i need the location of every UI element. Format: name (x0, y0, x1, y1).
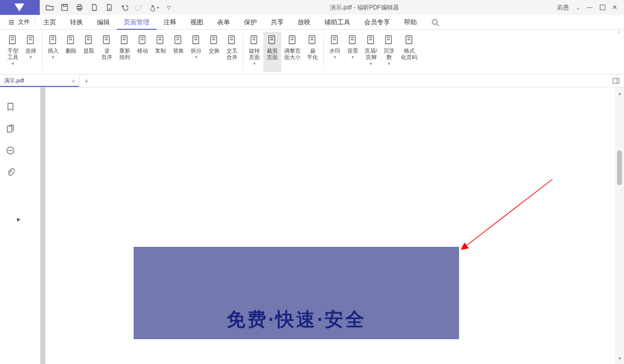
ribbon-tool-7[interactable]: 移动 (134, 32, 152, 72)
ribbon-tool-1[interactable]: 选择▼ (22, 32, 40, 72)
print-icon[interactable] (75, 2, 84, 12)
menu-tab-4[interactable]: 注释 (156, 15, 183, 30)
collapse-ribbon-icon[interactable]: ˄ (618, 31, 620, 36)
svg-rect-3 (78, 4, 81, 6)
tool-icon (155, 34, 166, 46)
ribbon-tool-2[interactable]: 插入▼ (44, 32, 62, 72)
ribbon-tool-6[interactable]: 重新 排列 (116, 32, 134, 72)
tool-label: 水印 (329, 48, 340, 54)
ribbon-tool-11[interactable]: 交换 (205, 32, 223, 72)
menu-tab-9[interactable]: 放映 (291, 15, 317, 30)
minimize-button[interactable]: — (587, 4, 593, 11)
doc2-icon[interactable] (104, 2, 114, 12)
svg-rect-30 (7, 126, 12, 132)
tab-panel-icon[interactable] (608, 77, 624, 85)
menu-tab-0[interactable]: 主页 (36, 15, 63, 30)
document-tab[interactable]: 演示.pdf × (0, 75, 79, 87)
ribbon-tool-5[interactable]: 逆 页序 (98, 32, 116, 72)
chevron-down-icon: ▼ (51, 55, 55, 60)
doc-icon[interactable] (89, 2, 99, 12)
vertical-scrollbar[interactable]: ▴ ▾ (615, 87, 624, 364)
save-icon[interactable] (60, 2, 70, 12)
menu-tab-2[interactable]: 编辑 (90, 15, 117, 30)
ribbon-tool-14[interactable]: 裁剪 页面 (263, 32, 281, 72)
menu-tab-10[interactable]: 辅助工具 (317, 15, 357, 30)
scroll-down-icon[interactable]: ▾ (619, 356, 621, 361)
chevron-down-icon: ▼ (11, 62, 15, 66)
bookmark-icon[interactable] (6, 102, 15, 111)
chevron-down-icon: ▼ (333, 55, 337, 60)
ribbon-tool-19[interactable]: 页眉/ 页脚▼ (362, 32, 380, 72)
tool-label: 页眉/ 页脚 (365, 48, 377, 61)
tool-icon (266, 34, 278, 46)
tool-label: 扁 平化 (307, 48, 318, 61)
tool-icon (25, 34, 37, 46)
tool-icon (119, 34, 131, 46)
ribbon-tool-15[interactable]: 调整页 面大小 (281, 32, 304, 72)
tool-icon (47, 34, 59, 46)
page-headline: 免费·快速·安全 (227, 307, 366, 332)
close-button[interactable]: × (613, 3, 617, 12)
chevron-down-icon: ▼ (369, 62, 373, 66)
tool-label: 复制 (155, 48, 166, 54)
document-view[interactable]: 免费·快速·安全 (21, 87, 615, 364)
ribbon-tool-9[interactable]: 替换 (169, 32, 187, 72)
menu-tab-1[interactable]: 转换 (63, 15, 90, 30)
ribbon-tool-10[interactable]: 拆分▼ (187, 32, 205, 72)
search-icon[interactable] (431, 18, 440, 27)
menu-tab-6[interactable]: 表单 (210, 15, 237, 30)
more-icon[interactable]: ▽ (164, 2, 174, 12)
menu-tab-8[interactable]: 共享 (264, 15, 291, 30)
svg-rect-5 (600, 5, 605, 10)
tool-label: 贝茨 数 (384, 48, 394, 61)
hand-icon[interactable]: ▾ (149, 2, 159, 12)
tool-icon (137, 34, 149, 46)
ribbon-tool-12[interactable]: 交叉 合并 (223, 32, 241, 72)
ribbon-tool-21[interactable]: 格式 化页码 (398, 32, 420, 72)
user-dropdown-icon[interactable]: ⌄ (576, 5, 580, 10)
new-tab-button[interactable]: + (79, 77, 93, 85)
redo-icon[interactable] (134, 2, 144, 12)
ribbon-tool-20[interactable]: 贝茨 数▼ (380, 32, 398, 72)
undo-icon[interactable] (119, 2, 129, 12)
tool-icon (287, 34, 299, 46)
ribbon-tool-8[interactable]: 复制 (152, 32, 169, 72)
user-name[interactable]: 若愚 (557, 3, 569, 12)
menu-tab-7[interactable]: 保护 (237, 15, 264, 30)
scroll-thumb[interactable] (617, 150, 622, 185)
close-tab-icon[interactable]: × (72, 78, 75, 84)
chevron-down-icon: ▼ (351, 55, 355, 60)
pages-icon[interactable] (6, 124, 15, 133)
tool-label: 提取 (83, 48, 94, 54)
expand-sidebar-icon[interactable]: ▶ (17, 217, 21, 222)
open-icon[interactable] (45, 2, 55, 12)
menu-tab-5[interactable]: 视图 (183, 15, 210, 30)
attachment-icon[interactable] (6, 168, 15, 177)
chevron-down-icon: ▼ (29, 55, 33, 60)
comment-icon[interactable] (6, 146, 15, 155)
ribbon-tool-13[interactable]: 旋转 页面▼ (245, 32, 263, 72)
svg-point-32 (9, 150, 9, 151)
menu-tab-12[interactable]: 帮助 (397, 15, 424, 30)
chevron-down-icon: ▼ (194, 55, 198, 60)
menu-tab-11[interactable]: 会员专享 (357, 15, 397, 30)
tool-icon (329, 34, 341, 46)
ribbon-tool-17[interactable]: 水印▼ (326, 32, 344, 72)
tool-icon (172, 34, 184, 46)
tool-label: 旋转 页面 (249, 48, 260, 61)
tool-label: 选择 (25, 48, 36, 54)
ribbon-tool-18[interactable]: 背景▼ (344, 32, 362, 72)
tool-label: 拆分 (191, 48, 202, 54)
separator (323, 34, 324, 70)
ribbon-tool-16[interactable]: 扁 平化 (304, 32, 321, 72)
ribbon-tool-3[interactable]: 删除 (62, 32, 80, 72)
svg-rect-29 (613, 78, 619, 83)
annotation-arrow-icon (458, 177, 557, 256)
ribbon-tool-0[interactable]: 手型 工具▼ (4, 32, 22, 72)
menu-tab-3[interactable]: 页面管理 (117, 15, 156, 30)
maximize-button[interactable] (600, 4, 606, 10)
tool-label: 手型 工具 (7, 48, 18, 61)
ribbon-tool-4[interactable]: 提取 (80, 32, 98, 72)
file-menu[interactable]: 文件 (3, 18, 35, 26)
scroll-up-icon[interactable]: ▴ (619, 90, 621, 96)
